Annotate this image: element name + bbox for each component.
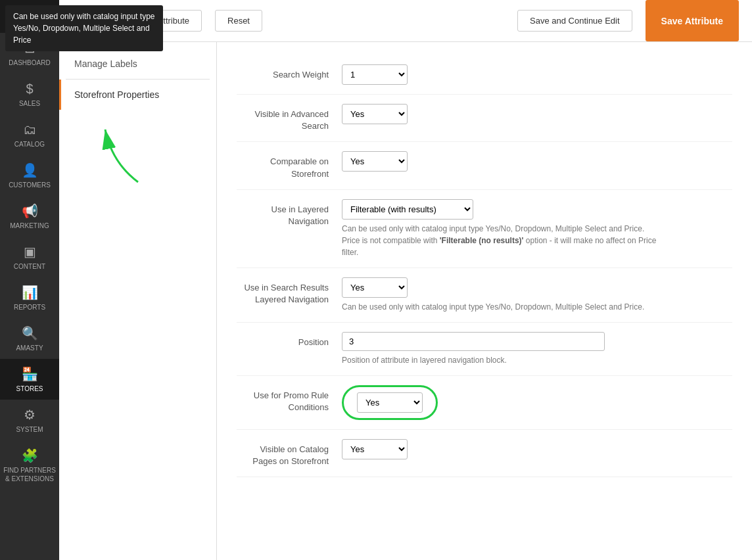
search-weight-label: Search Weight (237, 64, 342, 81)
content-icon: ▣ (24, 243, 36, 260)
reset-button[interactable]: Reset (215, 10, 262, 32)
sidebar-item-reports[interactable]: 📊 REPORTS (0, 277, 59, 318)
visible-advanced-search-label: Visible in Advanced Search (237, 104, 342, 132)
left-panel-manage-labels[interactable]: Manage Labels (59, 49, 216, 79)
topbar: ← Back Delete Attribute Reset Save and C… (59, 0, 752, 42)
save-attribute-button[interactable]: Save Attribute (646, 0, 739, 41)
position-note: Position of attribute in layered navigat… (342, 354, 670, 366)
system-icon: ⚙ (24, 406, 35, 423)
sidebar-item-catalog[interactable]: 🗂 CATALOG (0, 114, 59, 155)
catalog-icon: 🗂 (23, 121, 36, 138)
amasty-icon: 🔍 (22, 325, 38, 342)
layered-navigation-control: Filterable (with results) Filterable (no… (342, 199, 732, 258)
layered-navigation-note: Can be used only with catalog input type… (342, 223, 670, 258)
search-weight-row: Search Weight 12345 (237, 55, 732, 95)
content-area: Manage Labels Storefront Properties (59, 42, 752, 560)
search-results-navigation-label: Use in Search Results Layered Navigation (237, 277, 342, 306)
position-input[interactable] (342, 332, 605, 351)
sales-icon: $ (26, 80, 33, 97)
tooltip: Can be used only with catalog input type… (5, 5, 163, 51)
sidebar-item-content[interactable]: ▣ CONTENT (0, 237, 59, 277)
search-results-navigation-control: YesNo Can be used only with catalog inpu… (342, 277, 732, 313)
left-panel: Manage Labels Storefront Properties (59, 42, 217, 560)
layered-navigation-row: Use in Layered Navigation Filterable (wi… (237, 190, 732, 268)
promo-rule-control: YesNo (342, 385, 732, 420)
promo-rule-highlight: YesNo (342, 385, 438, 420)
promo-rule-label: Use for Promo Rule Conditions (237, 385, 342, 413)
position-control: Position of attribute in layered navigat… (342, 332, 732, 366)
main-area: ← Back Delete Attribute Reset Save and C… (59, 0, 752, 560)
visible-catalog-pages-select[interactable]: YesNo (342, 439, 408, 459)
visible-advanced-search-control: YesNo (342, 104, 732, 124)
promo-rule-select[interactable]: YesNo (357, 392, 423, 413)
visible-catalog-pages-label: Visible on Catalog Pages on Storefront (237, 439, 342, 467)
layered-navigation-select[interactable]: Filterable (with results) Filterable (no… (342, 199, 473, 220)
sidebar-item-find-partners[interactable]: 🧩 FIND PARTNERS & EXTENSIONS (0, 440, 59, 490)
search-results-navigation-select[interactable]: YesNo (342, 277, 408, 298)
form-area: Search Weight 12345 Visible in Advanced … (217, 42, 752, 560)
visible-advanced-search-row: Visible in Advanced Search YesNo (237, 95, 732, 142)
layered-navigation-label: Use in Layered Navigation (237, 199, 342, 227)
sidebar-item-stores[interactable]: 🏪 STORES (0, 359, 59, 400)
sidebar-item-marketing[interactable]: 📢 MARKETING (0, 196, 59, 237)
position-row: Position Position of attribute in layere… (237, 323, 732, 376)
green-arrow-icon (72, 110, 177, 189)
sidebar: 🍊 ⊞ DASHBOARD $ SALES 🗂 CATALOG 👤 CUSTOM… (0, 0, 59, 560)
find-partners-icon: 🧩 (22, 447, 38, 464)
visible-catalog-pages-row: Visible on Catalog Pages on Storefront Y… (237, 430, 732, 477)
left-panel-storefront-properties[interactable]: Storefront Properties (59, 80, 216, 110)
sidebar-item-customers[interactable]: 👤 CUSTOMERS (0, 155, 59, 196)
visible-advanced-search-select[interactable]: YesNo (342, 104, 408, 124)
position-label: Position (237, 332, 342, 348)
promo-rule-row: Use for Promo Rule Conditions YesNo (237, 376, 732, 430)
arrow-annotation (59, 110, 216, 189)
search-weight-control: 12345 (342, 64, 732, 85)
comparable-storefront-control: YesNo (342, 151, 732, 172)
visible-catalog-pages-control: YesNo (342, 439, 732, 459)
comparable-storefront-row: Comparable on Storefront YesNo (237, 142, 732, 189)
search-results-navigation-note: Can be used only with catalog input type… (342, 301, 670, 313)
save-continue-button[interactable]: Save and Continue Edit (517, 10, 632, 32)
reports-icon: 📊 (22, 284, 38, 301)
marketing-icon: 📢 (22, 202, 38, 220)
customers-icon: 👤 (22, 162, 38, 179)
search-results-navigation-row: Use in Search Results Layered Navigation… (237, 268, 732, 323)
comparable-storefront-label: Comparable on Storefront (237, 151, 342, 179)
stores-icon: 🏪 (22, 365, 38, 383)
sidebar-item-system[interactable]: ⚙ SYSTEM (0, 400, 59, 440)
comparable-storefront-select[interactable]: YesNo (342, 151, 408, 172)
sidebar-item-amasty[interactable]: 🔍 AMASTY (0, 318, 59, 359)
sidebar-item-sales[interactable]: $ SALES (0, 74, 59, 114)
search-weight-select[interactable]: 12345 (342, 64, 408, 85)
